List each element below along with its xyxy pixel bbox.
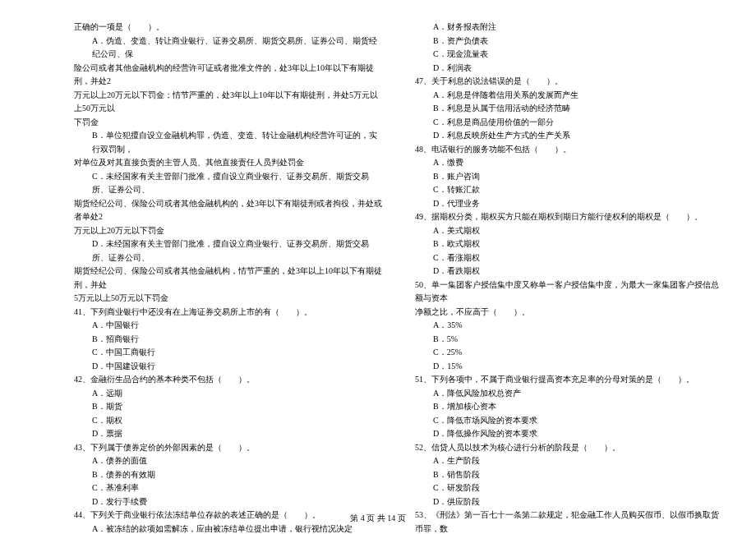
right-line: C．现金流量表: [415, 48, 723, 62]
right-line: D．供应阶段: [415, 495, 723, 509]
right-line: 48、电话银行的服务功能不包括（ ）。: [415, 143, 723, 157]
left-line: 42、金融衍生品合约的基本种类不包括（ ）。: [74, 373, 382, 387]
right-line: 52、信贷人员以技术为核心进行分析的阶段是（ ）。: [415, 441, 723, 455]
right-line: A．利息是伴随着信用关系的发展而产生: [415, 89, 723, 103]
right-line: A．缴费: [415, 156, 723, 170]
right-line: D．看跌期权: [415, 265, 723, 279]
left-column: 正确的一项是（ ）。A．伪造、变造、转让商业银行、证券交易所、期货交易所、证券公…: [74, 21, 382, 497]
left-line: C．基准利率: [74, 481, 382, 495]
right-line: C．转账汇款: [415, 183, 723, 197]
right-line: 净额之比，不应高于（ ）。: [415, 306, 723, 320]
right-line: C．利息是商品使用价值的一部分: [415, 116, 723, 130]
left-line: B．债券的有效期: [74, 468, 382, 482]
right-line: B．利息是从属于信用活动的经济范畴: [415, 102, 723, 116]
left-line: 对单位及对其直接负责的主管人员、其他直接责任人员判处罚金: [74, 156, 382, 170]
left-line: 险公司或者其他金融机构的经营许可证或者批准文件的，处3年以上10年以下有期徒刑，…: [74, 62, 382, 89]
right-line: A．降低风险加权总资产: [415, 387, 723, 401]
right-line: A．美式期权: [415, 224, 723, 238]
left-line: A．中国银行: [74, 319, 382, 333]
right-line: C．看涨期权: [415, 251, 723, 265]
right-line: A．生产阶段: [415, 454, 723, 468]
left-line: D．票据: [74, 427, 382, 441]
right-line: D．15%: [415, 360, 723, 374]
right-line: B．销售阶段: [415, 468, 723, 482]
left-line: 万元以上20万元以下罚金: [74, 224, 382, 238]
right-line: B．资产负债表: [415, 35, 723, 48]
left-line: 下罚金: [74, 116, 382, 130]
right-line: 49、据期权分类，期权买方只能在期权到期日方能行使权利的期权是（ ）。: [415, 210, 723, 224]
right-line: 51、下列各项中，不属于商业银行提高资本充足率的分母对策的是（ ）。: [415, 373, 723, 387]
right-line: C．25%: [415, 346, 723, 360]
left-line: B．招商银行: [74, 333, 382, 347]
right-line: D．降低操作风险的资本要求: [415, 427, 723, 441]
right-line: 47、关于利息的说法错误的是（ ）。: [415, 75, 723, 89]
right-column: A．财务报表附注B．资产负债表C．现金流量表D．利润表47、关于利息的说法错误的…: [415, 21, 723, 497]
right-line: B．增加核心资本: [415, 400, 723, 414]
left-line: A．远期: [74, 387, 382, 401]
left-line: D．发行手续费: [74, 495, 382, 509]
right-line: B．5%: [415, 333, 723, 347]
left-line: 41、下列商业银行中还没有在上海证券交易所上市的有（ ）。: [74, 306, 382, 320]
left-line: C．中国工商银行: [74, 346, 382, 360]
right-line: A．财务报表附注: [415, 21, 723, 35]
left-line: A．伪造、变造、转让商业银行、证券交易所、期货交易所、证券公司、期货经纪公司、保: [74, 35, 382, 62]
left-line: 万元以上20万元以下罚金；情节严重的，处3年以上10年以下有期徒刑，并处5万元以…: [74, 89, 382, 116]
right-line: B．账户咨询: [415, 170, 723, 184]
left-line: C．未经国家有关主管部门批准，擅自设立商业银行、证券交易所、期货交易所、证券公司…: [74, 170, 382, 197]
right-line: D．代理业务: [415, 197, 723, 211]
page-columns: 正确的一项是（ ）。A．伪造、变造、转让商业银行、证券交易所、期货交易所、证券公…: [74, 21, 723, 497]
right-line: C．研发阶段: [415, 481, 723, 495]
right-line: C．降低市场风险的资本要求: [415, 414, 723, 428]
left-line: B．期货: [74, 400, 382, 414]
left-line: D．未经国家有关主管部门批准，擅自设立商业银行、证券交易所、期货交易所、证券公司…: [74, 237, 382, 265]
left-line: 正确的一项是（ ）。: [74, 21, 382, 35]
page-footer: 第 4 页 共 14 页: [0, 513, 756, 524]
left-line: 期货经纪公司、保险公司或者其他金融机构，情节严重的，处3年以上10年以下有期徒刑…: [74, 265, 382, 292]
left-line: 43、下列属于债券定价的外部因素的是（ ）。: [74, 441, 382, 455]
left-line: 期货经纪公司、保险公司或者其他金融机构的，处3年以下有期徒刑或者拘役，并处或者单…: [74, 197, 382, 224]
right-line: D．利润表: [415, 62, 723, 76]
right-line: 50、单一集团客户授信集中度又称单一客户授信集中度，为最大一家集团客户授信总额与…: [415, 279, 723, 306]
left-line: C．期权: [74, 414, 382, 428]
right-line: D．利息反映所处生产方式的生产关系: [415, 129, 723, 143]
left-line: B．单位犯擅自设立金融机构罪，伪造、变造、转让金融机构经营许可证的，实行双罚制，: [74, 129, 382, 156]
right-line: B．欧式期权: [415, 237, 723, 251]
left-line: D．中国建设银行: [74, 360, 382, 374]
left-line: 5万元以上50万元以下罚金: [74, 292, 382, 306]
left-line: A．债券的面值: [74, 454, 382, 468]
right-line: A．35%: [415, 319, 723, 333]
